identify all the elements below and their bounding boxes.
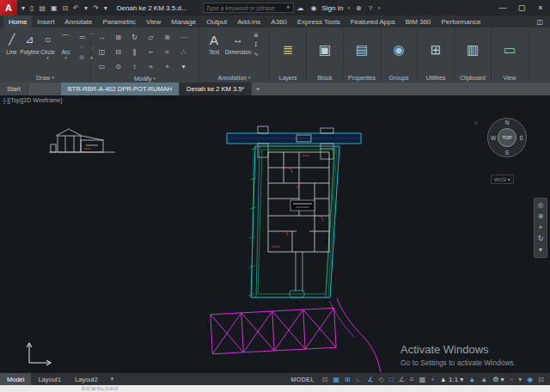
status-icon[interactable]: ▲ <box>478 376 490 383</box>
file-tab[interactable]: BTR-RBR-A-402 DPR-POT-RUMAH <box>61 83 180 95</box>
status-icon[interactable]: □ <box>387 376 396 383</box>
file-tab[interactable]: Start <box>0 83 28 95</box>
elevation-drawing[interactable] <box>49 129 115 152</box>
draw-tool-button[interactable]: ╱ Line <box>3 30 21 60</box>
draw-tool-button[interactable]: ⌒ Arc ▾ <box>57 30 75 60</box>
ribbon-tab[interactable]: Annotate <box>59 15 97 28</box>
maximize-button[interactable]: ▢ <box>512 0 531 15</box>
plot-outline-green[interactable] <box>248 147 337 296</box>
new-drawing-tab-button[interactable]: + <box>252 83 264 95</box>
viewcube-south[interactable]: S <box>505 150 509 156</box>
sign-in-button[interactable]: Sign In <box>321 4 345 12</box>
close-button[interactable]: × <box>531 0 550 15</box>
modify-tool-icon[interactable]: + <box>159 59 175 74</box>
draw-tool-button[interactable]: ⊿ Polyline <box>21 30 39 60</box>
status-icon[interactable]: ∟ <box>353 376 365 383</box>
layout-tab[interactable]: Layout1 <box>31 373 68 385</box>
status-icon[interactable]: ⊡ <box>535 376 547 383</box>
navbar-icon[interactable]: ↻ <box>538 236 544 242</box>
viewcube-east[interactable]: E <box>520 135 523 141</box>
navbar-icon[interactable]: ◎ <box>538 202 544 209</box>
text-tool-button[interactable]: A Text <box>202 30 226 55</box>
status-icon[interactable]: ∡ <box>365 376 376 383</box>
modify-tool-icon[interactable]: ▭ <box>94 59 110 74</box>
modify-tool-icon[interactable]: × <box>143 59 159 74</box>
viewcube-home-icon[interactable]: ⌂ <box>474 119 478 126</box>
viewcube-west[interactable]: W <box>491 135 496 141</box>
drawing-area[interactable]: [-][Top][2D Wireframe] ⌂ N E S W TOP WCS… <box>0 95 550 372</box>
qat-icon[interactable]: ▤ <box>36 4 48 12</box>
ribbon-tab[interactable]: Output <box>201 15 232 28</box>
modify-tool-icon[interactable]: ▱ <box>143 30 159 45</box>
ribbon-tab[interactable]: Manage <box>166 15 201 28</box>
autocad-logo[interactable]: A <box>0 0 17 15</box>
qat-icon[interactable]: ▯ <box>28 4 36 12</box>
status-icon[interactable]: ◉ <box>524 376 535 383</box>
ribbon-tab[interactable]: Add-ins <box>232 15 266 28</box>
panel-expand-arrow[interactable]: ▾ <box>52 75 54 80</box>
tool-dropdown-arrow[interactable]: ▾ <box>46 55 49 60</box>
modify-tool-icon[interactable]: ⊙ <box>110 59 126 74</box>
help-arrow[interactable]: ▾ <box>376 5 383 10</box>
ribbon-tab[interactable]: Insert <box>32 15 59 28</box>
modify-tool-icon[interactable]: ↔ <box>94 30 110 45</box>
help-icon[interactable]: ? <box>365 4 376 12</box>
navbar-icon[interactable]: ▾ <box>539 247 542 254</box>
annotation-mini-icon[interactable]: ≣ <box>254 32 259 39</box>
ribbon-tab[interactable]: Featured Apps <box>345 15 400 28</box>
ribbon-big-button[interactable]: ≣ Layers <box>270 28 307 83</box>
modify-tool-icon[interactable]: ∴ <box>175 45 192 59</box>
parking-grid[interactable] <box>211 308 336 353</box>
status-icon[interactable]: ▲ 1:1 ▾ <box>437 376 467 383</box>
qat-icon[interactable]: ▣ <box>48 4 60 12</box>
tool-dropdown-arrow[interactable]: ▾ <box>64 55 67 60</box>
draw-mini-icon[interactable]: ⊙ <box>77 52 87 63</box>
ribbon-tab[interactable]: View <box>141 15 166 28</box>
draw-mini-icon[interactable]: ∷ <box>77 42 87 52</box>
navbar-icon[interactable]: ⊕ <box>538 213 544 220</box>
status-icon[interactable]: ⊞ <box>342 376 353 383</box>
status-icon[interactable]: ▲ <box>466 376 478 383</box>
modify-tool-icon[interactable]: ◫ <box>94 45 110 59</box>
sign-in-arrow[interactable]: ▾ <box>345 5 352 10</box>
qat-icon[interactable]: ↶ <box>70 4 82 12</box>
road-curve-inner[interactable] <box>330 302 354 337</box>
modify-tool-icon[interactable]: ↻ <box>126 30 143 45</box>
ribbon-tab[interactable]: Parametric <box>97 15 141 28</box>
ribbon-tab[interactable]: Express Tools <box>292 15 345 28</box>
viewport-controls[interactable]: [-][Top][2D Wireframe] <box>3 97 62 103</box>
modify-tool-icon[interactable]: ▾ <box>175 59 192 74</box>
viewcube-north[interactable]: N <box>505 119 510 126</box>
modify-tool-icon[interactable]: ⊞ <box>110 30 126 45</box>
add-layout-button[interactable]: + <box>105 373 119 385</box>
viewcube-top-face[interactable]: TOP <box>498 128 516 147</box>
drawing-canvas[interactable] <box>0 95 550 372</box>
modify-tool-icon[interactable]: ⊟ <box>110 45 126 59</box>
exchange-apps-icon[interactable]: ⊗ <box>352 4 365 12</box>
search-input[interactable] <box>204 5 284 11</box>
annotation-mini-icon[interactable]: ∿ <box>254 51 259 58</box>
navbar-icon[interactable]: ⌖ <box>539 224 543 231</box>
status-icon[interactable]: + <box>428 376 437 383</box>
status-icon[interactable]: ⚙ ▾ <box>490 376 506 383</box>
modify-tool-icon[interactable]: ≈ <box>159 45 175 59</box>
qat-icon[interactable]: ▾ <box>101 4 110 12</box>
ribbon-big-button[interactable]: ▭ View <box>492 28 529 83</box>
dimension-tool-button[interactable]: ↔ Dimension <box>226 30 250 55</box>
panel-expand-arrow[interactable]: ▾ <box>154 76 156 81</box>
draw-mini-icon[interactable]: ▭ <box>77 32 87 42</box>
layout-tab[interactable]: Layout2 <box>68 373 105 385</box>
qat-icon[interactable]: ↷ <box>90 4 101 12</box>
ribbon-big-button[interactable]: ▤ Properties <box>344 28 381 83</box>
modify-tool-icon[interactable]: ≋ <box>159 30 175 45</box>
status-icon[interactable]: ∠ <box>396 376 407 383</box>
status-icon[interactable]: + <box>507 376 516 383</box>
ribbon-big-button[interactable]: ▣ Block <box>307 28 344 83</box>
qat-icon[interactable]: ▾ <box>82 4 90 12</box>
road-curve[interactable] <box>337 298 381 372</box>
road-strip[interactable] <box>227 133 361 144</box>
ribbon-tab[interactable]: A360 <box>266 15 292 28</box>
ribbon-options-icon[interactable]: ◫ <box>529 15 550 28</box>
qat-icon[interactable]: ⊡ <box>60 4 71 12</box>
viewcube[interactable]: N E S W TOP <box>487 118 527 157</box>
